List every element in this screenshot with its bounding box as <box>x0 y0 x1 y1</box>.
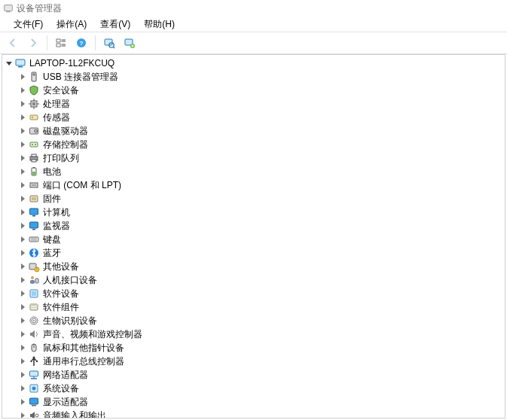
tree-category-label: 软件设备 <box>41 288 79 300</box>
help-button[interactable] <box>72 33 91 53</box>
tree-category-label: 端口 (COM 和 LPT) <box>41 179 121 192</box>
tree-category[interactable]: 其他设备 <box>2 260 505 273</box>
bluetooth-icon <box>28 247 40 259</box>
expand-toggle-icon[interactable] <box>4 58 14 68</box>
tree-category[interactable]: 声音、视频和游戏控制器 <box>2 327 505 341</box>
tree-category[interactable]: 固件 <box>2 192 505 205</box>
expand-toggle-icon[interactable] <box>17 126 28 136</box>
tree-category[interactable]: 端口 (COM 和 LPT) <box>2 178 505 192</box>
tree-category[interactable]: 键盘 <box>2 233 505 246</box>
expand-toggle-icon[interactable] <box>17 180 28 190</box>
biometric-icon <box>28 315 40 327</box>
tree-category[interactable]: 磁盘驱动器 <box>2 124 505 138</box>
tree-category[interactable]: 电池 <box>2 165 505 178</box>
tree-category-label: 生物识别设备 <box>41 315 97 327</box>
tree-category-label: 人机接口设备 <box>41 274 97 287</box>
tree-category-label: 存储控制器 <box>41 138 88 151</box>
expand-toggle-icon[interactable] <box>17 342 28 353</box>
toolbar <box>0 32 507 54</box>
tree-category[interactable]: 蓝牙 <box>2 246 505 260</box>
expand-toggle-icon[interactable] <box>17 139 28 150</box>
back-button <box>3 33 23 53</box>
sensor-icon <box>28 111 40 123</box>
expand-toggle-icon[interactable] <box>17 383 28 394</box>
expand-toggle-icon[interactable] <box>17 248 28 258</box>
port-icon <box>28 179 40 191</box>
tree-category-label: 通用串行总线控制器 <box>41 355 124 368</box>
tree-category-label: 打印队列 <box>41 152 79 165</box>
tree-category[interactable]: 鼠标和其他指针设备 <box>2 341 505 355</box>
menu-file[interactable]: 文件(F) <box>8 17 49 32</box>
tree-root[interactable]: LAPTOP-1L2FKCUQ <box>2 56 505 70</box>
tree-category[interactable]: 通用串行总线控制器 <box>2 355 505 368</box>
tree-category[interactable]: 音频输入和输出 <box>2 409 505 418</box>
expand-toggle-icon[interactable] <box>17 72 28 82</box>
tree-category[interactable]: 传感器 <box>2 111 505 124</box>
expand-toggle-icon[interactable] <box>17 370 28 380</box>
titlebar: 设备管理器 <box>0 0 507 17</box>
tree-category[interactable]: 计算机 <box>2 205 505 219</box>
tree-category-label: 电池 <box>41 166 61 178</box>
hid-icon <box>28 274 40 286</box>
add-legacy-hardware-button[interactable] <box>120 33 139 53</box>
expand-toggle-icon[interactable] <box>17 410 28 418</box>
security-icon <box>28 84 40 96</box>
tree-category[interactable]: 人机接口设备 <box>2 273 505 287</box>
storage-icon <box>28 138 40 151</box>
expand-toggle-icon[interactable] <box>17 234 28 245</box>
expand-toggle-icon[interactable] <box>17 329 28 339</box>
expand-toggle-icon[interactable] <box>17 99 28 109</box>
expand-toggle-icon[interactable] <box>17 153 28 163</box>
tree-category-label: USB 连接器管理器 <box>41 71 118 84</box>
expand-toggle-icon[interactable] <box>17 261 28 272</box>
expand-toggle-icon[interactable] <box>17 397 28 407</box>
menu-help[interactable]: 帮助(H) <box>138 17 181 32</box>
tree-category[interactable]: 存储控制器 <box>2 138 505 151</box>
audio-icon <box>28 409 40 418</box>
tree-category[interactable]: 网络适配器 <box>2 368 505 382</box>
tree-category[interactable]: USB 连接器管理器 <box>2 70 505 84</box>
app-icon <box>3 3 14 14</box>
battery-icon <box>28 166 40 178</box>
tree-category[interactable]: 处理器 <box>2 97 505 111</box>
tree-category[interactable]: 系统设备 <box>2 382 505 395</box>
expand-toggle-icon[interactable] <box>17 207 28 218</box>
expand-toggle-icon[interactable] <box>17 356 28 367</box>
expand-toggle-icon[interactable] <box>17 112 28 123</box>
expand-toggle-icon[interactable] <box>17 288 28 299</box>
device-tree[interactable]: LAPTOP-1L2FKCUQUSB 连接器管理器安全设备处理器传感器磁盘驱动器… <box>2 55 505 418</box>
separator <box>47 35 47 50</box>
expand-toggle-icon[interactable] <box>17 302 28 312</box>
menubar: 文件(F) 操作(A) 查看(V) 帮助(H) <box>0 17 507 32</box>
expand-toggle-icon[interactable] <box>17 85 28 96</box>
tree-category-label: 固件 <box>41 193 61 205</box>
scan-hardware-button[interactable] <box>99 33 119 53</box>
tree-category[interactable]: 显示适配器 <box>2 395 505 409</box>
soft-icon <box>28 288 40 300</box>
tree-category-label: 处理器 <box>41 98 70 111</box>
tree-category[interactable]: 安全设备 <box>2 84 505 97</box>
menu-action[interactable]: 操作(A) <box>50 17 93 32</box>
expand-toggle-icon[interactable] <box>17 166 28 177</box>
cpu-icon <box>28 98 40 110</box>
computer-icon <box>14 57 26 69</box>
expand-toggle-icon[interactable] <box>17 275 28 285</box>
tree-category[interactable]: 软件组件 <box>2 300 505 314</box>
tree-category-label: 显示适配器 <box>41 396 88 409</box>
tree-category[interactable]: 监视器 <box>2 219 505 233</box>
tree-category[interactable]: 软件设备 <box>2 287 505 300</box>
tree-category-label: 鼠标和其他指针设备 <box>41 342 124 355</box>
expand-toggle-icon[interactable] <box>17 193 28 204</box>
tree-category-label: 安全设备 <box>41 84 79 97</box>
show-hide-console-button[interactable] <box>51 33 71 53</box>
tree-category[interactable]: 打印队列 <box>2 151 505 165</box>
menu-view[interactable]: 查看(V) <box>94 17 136 32</box>
network-icon <box>28 369 40 381</box>
sound-icon <box>28 328 40 340</box>
printer-icon <box>28 152 40 164</box>
expand-toggle-icon[interactable] <box>17 315 28 326</box>
expand-toggle-icon[interactable] <box>17 221 28 231</box>
tree-root-label: LAPTOP-1L2FKCUQ <box>28 58 115 68</box>
forward-button <box>23 33 43 53</box>
tree-category[interactable]: 生物识别设备 <box>2 314 505 327</box>
